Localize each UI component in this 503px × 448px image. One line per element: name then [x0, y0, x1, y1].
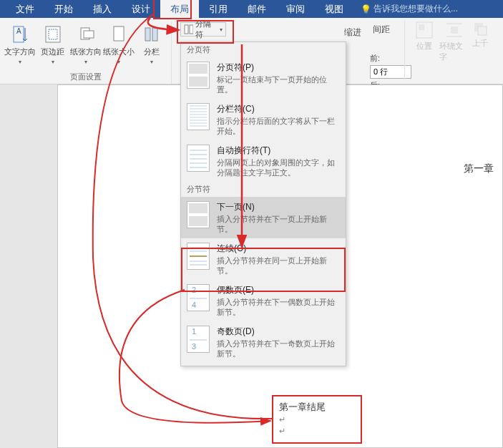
margins-icon — [41, 23, 64, 46]
svg-rect-10 — [190, 25, 193, 34]
page-break-title: 分页符(P) — [217, 62, 340, 74]
tell-me-text: 告诉我您想要做什么... — [373, 3, 458, 15]
tab-view[interactable]: 视图 — [315, 0, 353, 19]
ribbon-tabs: 文件 开始 插入 设计 布局 引用 邮件 审阅 视图 💡 告诉我您想要做什么..… — [0, 0, 503, 18]
text-direction-button[interactable]: A 文字方向▾ — [4, 21, 36, 70]
continuous-section-break-item[interactable]: 连续(O) 插入分节符并在同一页上开始新节。 — [181, 238, 346, 280]
next-page-section-break-item[interactable]: 下一页(N) 插入分节符并在下一页上开始新节。 — [181, 197, 346, 238]
breaks-button[interactable]: 分隔符 ▾ — [180, 22, 226, 36]
wrap-text-button: 环绕文字 — [439, 18, 469, 82]
wrap-icon — [445, 21, 464, 39]
odd-page-desc: 插入分节符并在下一奇数页上开始新节。 — [217, 339, 340, 359]
column-break-icon — [187, 103, 210, 130]
tab-references[interactable]: 引用 — [199, 0, 238, 19]
odd-page-section-break-item[interactable]: 13 奇数页(D) 插入分节符并在下一奇数页上开始新节。 — [181, 321, 346, 363]
wrap-break-title: 自动换行符(T) — [217, 145, 340, 157]
chapter-end-text: 第一章结尾 — [279, 401, 326, 414]
columns-label: 分栏 — [144, 47, 160, 56]
spacing-before-input[interactable]: 0 行 — [370, 65, 411, 79]
next-page-desc: 插入分节符并在下一页上开始新节。 — [217, 214, 340, 234]
even-page-section-break-item[interactable]: 24 偶数页(E) 插入分节符并在下一偶数页上开始新节。 — [181, 280, 346, 321]
position-icon — [415, 21, 434, 39]
page-breaks-section: 分页符 — [181, 42, 346, 57]
page-setup-group-label: 页面设置 — [70, 70, 102, 84]
spacing-label: 间距 — [370, 21, 397, 39]
svg-text:A: A — [16, 27, 21, 35]
wrap-label: 环绕文字 — [439, 41, 469, 62]
svg-rect-6 — [114, 26, 124, 41]
svg-rect-12 — [419, 24, 424, 30]
orientation-icon — [74, 23, 97, 46]
chevron-down-icon: ▾ — [220, 26, 223, 33]
svg-rect-7 — [145, 28, 150, 41]
continuous-title: 连续(O) — [217, 243, 340, 255]
spacing-before-label: 前: — [370, 53, 384, 64]
svg-rect-17 — [478, 26, 487, 35]
continuous-desc: 插入分节符并在同一页上开始新节。 — [217, 255, 340, 276]
svg-rect-13 — [451, 26, 458, 34]
tell-me-search[interactable]: 💡 告诉我您想要做什么... — [361, 3, 458, 15]
wrap-break-desc: 分隔网页上的对象周围的文字，如分隔题注文字与正文。 — [217, 157, 340, 177]
column-break-item[interactable]: 分栏符(C) 指示分栏符后面的文字将从下一栏开始。 — [181, 99, 346, 140]
chapter-heading: 第一章 — [464, 162, 494, 175]
size-icon — [107, 23, 130, 46]
breaks-dropdown: 分页符 分页符(P) 标记一页结束与下一页开始的位置。 分栏符(C) 指示分栏符… — [180, 42, 346, 366]
position-label: 位置 — [416, 41, 432, 52]
columns-button[interactable]: 分栏▾ — [136, 21, 167, 70]
indent-label: 缩进 — [341, 24, 364, 42]
orientation-label: 纸张方向 — [70, 47, 102, 56]
breaks-label: 分隔符 — [195, 19, 218, 40]
tab-layout[interactable]: 布局 — [160, 0, 199, 19]
even-page-desc: 插入分节符并在下一偶数页上开始新节。 — [217, 297, 340, 317]
forward-label: 上千 — [472, 38, 488, 49]
margins-button[interactable]: 页边距▾ — [37, 21, 69, 70]
forward-icon — [472, 21, 488, 36]
bring-forward-button: 上千 — [469, 18, 491, 82]
margins-label: 页边距 — [41, 47, 64, 56]
text-wrapping-break-item[interactable]: 自动换行符(T) 分隔网页上的对象周围的文字，如分隔题注文字与正文。 — [181, 140, 346, 182]
even-page-icon: 24 — [187, 284, 210, 311]
tab-mailings[interactable]: 邮件 — [238, 0, 276, 19]
breaks-icon — [184, 24, 193, 34]
page-break-desc: 标记一页结束与下一页开始的位置。 — [217, 74, 340, 94]
size-label: 纸张大小 — [103, 47, 135, 56]
column-break-desc: 指示分栏符后面的文字将从下一栏开始。 — [217, 116, 340, 136]
svg-rect-8 — [152, 28, 157, 41]
text-direction-label: 文字方向 — [4, 47, 36, 56]
column-break-title: 分栏符(C) — [217, 103, 340, 115]
position-button: 位置 — [409, 18, 439, 82]
even-page-title: 偶数页(E) — [217, 284, 340, 296]
tab-insert[interactable]: 插入 — [83, 0, 122, 19]
next-page-title: 下一页(N) — [217, 201, 340, 213]
columns-icon — [140, 23, 163, 46]
page-break-item[interactable]: 分页符(P) 标记一页结束与下一页开始的位置。 — [181, 57, 346, 99]
tab-design[interactable]: 设计 — [122, 0, 160, 19]
svg-rect-9 — [185, 25, 188, 34]
paragraph-spacing-group: 缩进 间距 前: 0 行 后: 0 行 位置 环绕文字 上千 — [338, 18, 503, 82]
svg-rect-5 — [84, 31, 94, 38]
text-direction-icon: A — [9, 23, 31, 46]
orientation-button[interactable]: 纸张方向▾ — [70, 21, 102, 70]
bulb-icon: 💡 — [361, 4, 371, 14]
svg-rect-2 — [46, 26, 60, 42]
odd-page-icon: 13 — [187, 326, 210, 353]
size-button[interactable]: 纸张大小▾ — [103, 21, 135, 70]
tab-home[interactable]: 开始 — [44, 0, 83, 19]
continuous-icon — [187, 243, 210, 270]
tab-review[interactable]: 审阅 — [276, 0, 315, 19]
wrap-break-icon — [187, 145, 210, 172]
next-page-icon — [187, 201, 210, 228]
tab-file[interactable]: 文件 — [6, 0, 44, 19]
page-break-icon — [187, 62, 210, 89]
odd-page-title: 奇数页(D) — [217, 326, 340, 338]
section-breaks-section: 分节符 — [181, 182, 346, 197]
